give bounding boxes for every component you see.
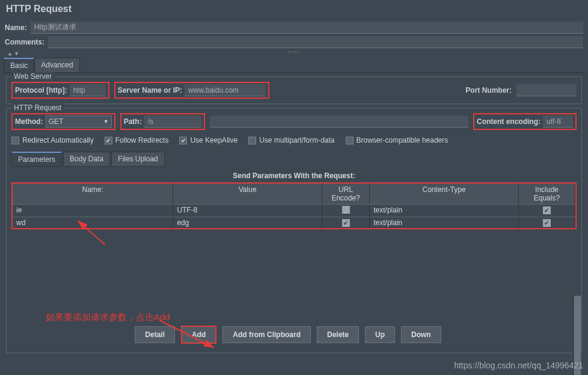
path-input[interactable] <box>144 116 201 128</box>
encoding-label: Content encoding: <box>477 117 541 126</box>
cell-value[interactable]: edg <box>173 217 322 228</box>
port-label: Port Number: <box>465 86 512 95</box>
add-button[interactable]: Add <box>181 326 216 344</box>
tab-advanced[interactable]: Advanced <box>34 58 79 72</box>
keepalive-checkbox[interactable]: ✔Use KeepAlive <box>179 136 237 144</box>
watermark: https://blog.csdn.net/qq_14996421 <box>454 361 583 370</box>
path-group: Path: <box>120 113 205 130</box>
sub-tab-files-upload[interactable]: Files Upload <box>111 152 165 167</box>
keepalive-label: Use KeepAlive <box>190 136 237 144</box>
delete-button[interactable]: Delete <box>317 326 359 343</box>
sub-tab-parameters[interactable]: Parameters <box>11 152 62 167</box>
browser-compat-label: Browser-compatible headers <box>357 136 449 144</box>
cell-name[interactable]: wd <box>13 217 173 228</box>
cell-include[interactable]: ✔ <box>519 205 575 217</box>
comments-input[interactable] <box>48 36 583 48</box>
protocol-label: Protocol [http]: <box>15 86 67 95</box>
redirect-auto-checkbox[interactable]: Redirect Automatically <box>11 136 94 144</box>
cell-encode[interactable] <box>322 205 370 217</box>
server-label: Server Name or IP: <box>118 86 182 95</box>
up-button[interactable]: Up <box>365 326 395 343</box>
add-from-clipboard-button[interactable]: Add from Clipboard <box>222 326 311 343</box>
redirect-auto-label: Redirect Automatically <box>22 136 94 144</box>
encoding-group: Content encoding: <box>473 113 577 130</box>
method-label: Method: <box>15 117 43 126</box>
col-encode[interactable]: URL Encode? <box>322 184 370 204</box>
name-input[interactable] <box>31 22 583 34</box>
annotation-text: 如果要添加请求参数，点击Add <box>46 312 170 323</box>
cell-include[interactable]: ✔ <box>519 217 575 228</box>
http-request-legend: HTTP Request <box>11 104 64 112</box>
browser-compat-checkbox[interactable]: Browser-compatible headers <box>346 136 449 144</box>
col-include[interactable]: Include Equals? <box>519 184 575 204</box>
server-input[interactable] <box>185 84 266 96</box>
follow-redirects-label: Follow Redirects <box>115 136 169 144</box>
detail-button[interactable]: Detail <box>135 326 175 343</box>
col-name[interactable]: Name: <box>13 184 173 204</box>
col-ctype[interactable]: Content-Type <box>370 184 519 204</box>
web-server-fieldset: Web Server Protocol [http]: Server Name … <box>6 76 582 104</box>
table-row[interactable]: wd edg ✔ text/plain ✔ <box>13 217 575 228</box>
path-input-ext[interactable] <box>210 116 468 128</box>
grid-header: Name: Value URL Encode? Content-Type Inc… <box>13 184 575 204</box>
parameters-grid: Name: Value URL Encode? Content-Type Inc… <box>11 182 577 229</box>
grid-title: Send Parameters With the Request: <box>11 172 577 180</box>
cell-name[interactable]: ie <box>13 205 173 217</box>
port-input[interactable] <box>516 84 577 96</box>
down-button[interactable]: Down <box>401 326 441 343</box>
encoding-input[interactable] <box>543 116 573 128</box>
page-title: HTTP Request <box>4 2 584 19</box>
cell-ctype[interactable]: text/plain <box>370 205 519 217</box>
cell-value[interactable]: UTF-8 <box>173 205 322 217</box>
method-group: Method: GET ▼ <box>11 113 115 130</box>
multipart-label: Use multipart/form-data <box>259 136 334 144</box>
protocol-group: Protocol [http]: <box>11 82 109 99</box>
method-select[interactable]: GET ▼ <box>46 116 112 128</box>
name-label: Name: <box>5 23 27 32</box>
web-server-legend: Web Server <box>11 72 54 81</box>
protocol-input[interactable] <box>70 84 106 96</box>
cell-encode[interactable]: ✔ <box>322 217 370 228</box>
method-value: GET <box>49 117 64 126</box>
comments-label: Comments: <box>5 38 44 46</box>
collapse-divider[interactable]: ▲▼ˇˇˇˇ <box>4 51 584 57</box>
follow-redirects-checkbox[interactable]: ✔Follow Redirects <box>105 136 169 144</box>
path-label: Path: <box>124 117 142 126</box>
server-group: Server Name or IP: <box>114 82 269 99</box>
chevron-down-icon: ▼ <box>103 119 109 125</box>
multipart-checkbox[interactable]: Use multipart/form-data <box>248 136 334 144</box>
col-value[interactable]: Value <box>173 184 322 204</box>
cell-ctype[interactable]: text/plain <box>370 217 519 228</box>
tab-basic[interactable]: Basic <box>4 58 34 72</box>
sub-tab-body-data[interactable]: Body Data <box>63 152 110 167</box>
table-row[interactable]: ie UTF-8 text/plain ✔ <box>13 204 575 217</box>
